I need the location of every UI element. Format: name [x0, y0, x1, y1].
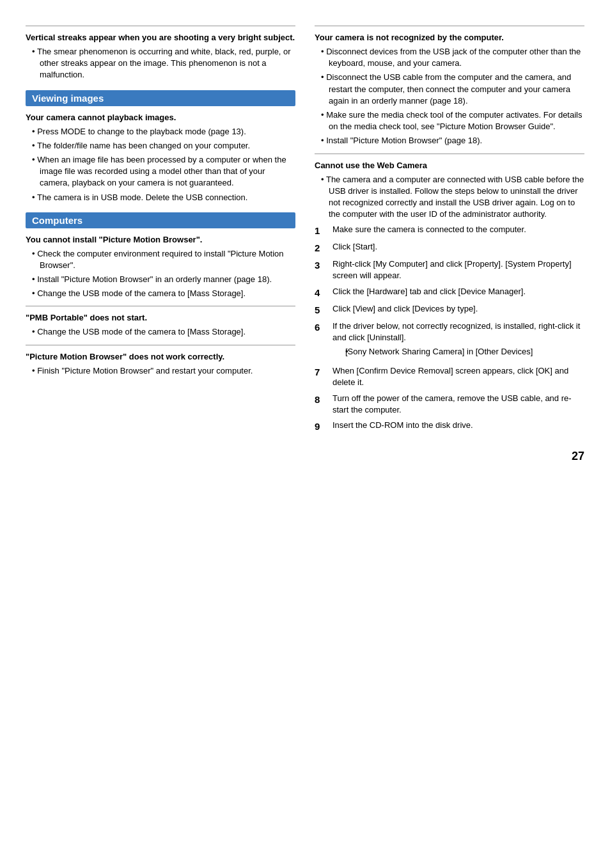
bullet-item: Disconnect the USB cable from the comput…	[321, 72, 584, 107]
numbered-step: 6If the driver below, not correctly reco…	[315, 320, 584, 362]
webcam-steps: 1Make sure the camera is connected to th…	[315, 224, 584, 433]
sub-bullet-item: [Sony Network Sharing Camera] in [Other …	[345, 346, 584, 358]
pmb-work-title: "Picture Motion Browser" does not work c…	[26, 352, 295, 361]
bullet-item: The smear phenomenon is occurring and wh…	[32, 46, 295, 81]
bullet-item: Change the USB mode of the camera to [Ma…	[32, 288, 295, 299]
numbered-step: 8Turn off the power of the camera, remov…	[315, 393, 584, 416]
numbered-step: 2Click [Start].	[315, 241, 584, 255]
step-content: When [Confirm Device Removal] screen app…	[332, 365, 584, 388]
numbered-step: 1Make sure the camera is connected to th…	[315, 224, 584, 237]
pmb-work-bullets: Finish "Picture Motion Browser" and rest…	[26, 365, 295, 377]
step-content: If the driver below, not correctly recog…	[332, 320, 584, 362]
bullet-item: Make sure the media check tool of the co…	[321, 109, 584, 132]
vertical-streaks-bullets: The smear phenomenon is occurring and wh…	[26, 46, 295, 81]
step-sub-bullets: [Sony Network Sharing Camera] in [Other …	[332, 346, 584, 358]
step-content: Click [Start].	[332, 241, 584, 253]
bullet-item: Finish "Picture Motion Browser" and rest…	[32, 365, 295, 377]
top-divider-right	[315, 26, 584, 26]
divider-pmb-portable	[26, 306, 295, 306]
install-pmb-title: You cannot install "Picture Motion Brows…	[26, 235, 295, 244]
step-content: Click the [Hardware] tab and click [Devi…	[332, 286, 584, 297]
step-content: Turn off the power of the camera, remove…	[332, 393, 584, 416]
viewing-images-header: Viewing images	[26, 90, 295, 106]
step-number: 2	[315, 241, 332, 255]
pmb-portable-title: "PMB Portable" does not start.	[26, 313, 295, 322]
numbered-step: 3Right-click [My Computer] and click [Pr…	[315, 258, 584, 281]
step-number: 4	[315, 286, 332, 299]
bullet-item: The folder/file name has been changed on…	[32, 140, 295, 152]
right-column: Your camera is not recognized by the com…	[315, 19, 584, 437]
top-divider-left	[26, 26, 295, 26]
page-number: 27	[26, 450, 584, 463]
bullet-item: Check the computer environment required …	[32, 248, 295, 271]
numbered-step: 9Insert the CD-ROM into the disk drive.	[315, 420, 584, 433]
pmb-portable-bullets: Change the USB mode of the camera to [Ma…	[26, 326, 295, 338]
webcam-intro-bullets: The camera and a computer are connected …	[315, 174, 584, 221]
step-number: 1	[315, 224, 332, 237]
bullet-item: When an image file has been processed by…	[32, 154, 295, 189]
step-number: 9	[315, 420, 332, 433]
vertical-streaks-title: Vertical streaks appear when you are sho…	[26, 33, 295, 42]
step-number: 5	[315, 303, 332, 317]
step-content: Insert the CD-ROM into the disk drive.	[332, 420, 584, 431]
bullet-item: The camera and a computer are connected …	[321, 174, 584, 221]
playback-title: Your camera cannot playback images.	[26, 113, 295, 122]
left-column: Vertical streaks appear when you are sho…	[26, 19, 295, 437]
computers-header: Computers	[26, 212, 295, 228]
not-recognized-bullets: Disconnect devices from the USB jack of …	[315, 46, 584, 147]
bullet-item: Change the USB mode of the camera to [Ma…	[32, 326, 295, 338]
bullet-item: Press MODE to change to the playback mod…	[32, 126, 295, 138]
playback-bullets: Press MODE to change to the playback mod…	[26, 126, 295, 203]
numbered-step: 4Click the [Hardware] tab and click [Dev…	[315, 286, 584, 299]
bullet-item: Install "Picture Motion Browser" in an o…	[32, 274, 295, 285]
bullet-item: Disconnect devices from the USB jack of …	[321, 46, 584, 69]
step-content: Right-click [My Computer] and click [Pro…	[332, 258, 584, 281]
webcam-title: Cannot use the Web Camera	[315, 161, 584, 170]
step-number: 3	[315, 258, 332, 272]
not-recognized-title: Your camera is not recognized by the com…	[315, 33, 584, 42]
step-content: Click [View] and click [Devices by type]…	[332, 303, 584, 315]
numbered-step: 5Click [View] and click [Devices by type…	[315, 303, 584, 317]
install-pmb-bullets: Check the computer environment required …	[26, 248, 295, 300]
divider-pmb-work	[26, 345, 295, 345]
bullet-item: The camera is in USB mode. Delete the US…	[32, 192, 295, 203]
numbered-step: 7When [Confirm Device Removal] screen ap…	[315, 365, 584, 388]
step-number: 6	[315, 320, 332, 334]
step-number: 8	[315, 393, 332, 406]
step-content: Make sure the camera is connected to the…	[332, 224, 584, 235]
divider-webcam	[315, 154, 584, 154]
bullet-item: Install "Picture Motion Browser" (page 1…	[321, 135, 584, 146]
step-number: 7	[315, 365, 332, 379]
